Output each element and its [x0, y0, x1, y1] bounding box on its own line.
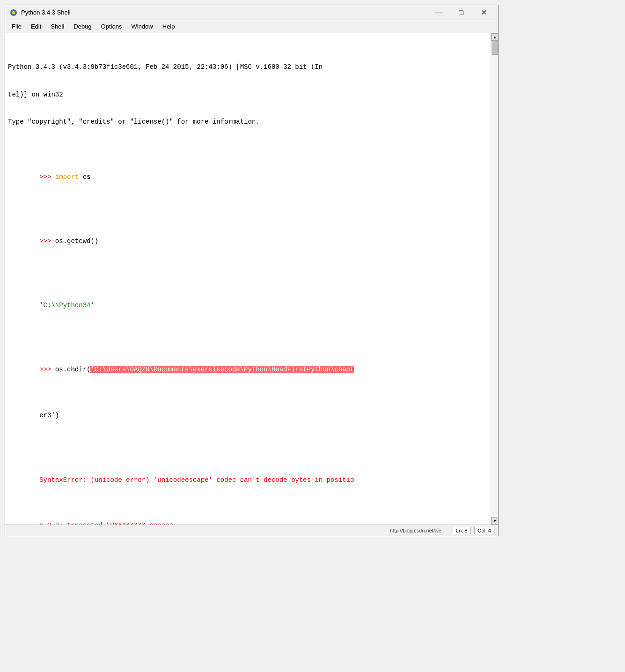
cmd3-line: >>> os.chdir('C:\Users\0AQZ0\Documents\e… — [8, 356, 495, 384]
banner-line2: tel)] on win32 — [8, 90, 495, 100]
status-url: http://blog.csdn.net/we — [9, 528, 449, 533]
cmd1-rest: os — [79, 173, 90, 181]
output1-line: 'C:\\Python34' — [8, 292, 495, 320]
error-line1: SyntaxError: (unicode error) 'unicodeesc… — [8, 466, 495, 494]
minimize-button[interactable]: — — [428, 6, 449, 20]
banner-line3: Type "copyright", "credits" or "license(… — [8, 118, 495, 127]
status-bar: http://blog.csdn.net/we Ln: 8 Col: 4 — [5, 524, 498, 536]
menu-edit[interactable]: Edit — [26, 21, 46, 32]
prompt3: >>> — [39, 366, 55, 373]
cmd1-line: >>> import os — [8, 163, 495, 191]
window-title: Python 3.4.3 Shell — [21, 9, 428, 16]
cmd2-text: os.getcwd() — [55, 237, 98, 245]
menu-shell[interactable]: Shell — [46, 21, 69, 32]
scroll-down-button[interactable]: ▼ — [491, 517, 498, 524]
cmd3-after: er3') — [39, 412, 59, 419]
menu-debug[interactable]: Debug — [69, 21, 96, 32]
vertical-scrollbar[interactable]: ▲ ▼ — [491, 33, 498, 524]
status-col: Col: 4 — [474, 527, 494, 534]
title-bar: Python 3.4.3 Shell — □ ✕ — [5, 5, 498, 20]
error-text2: n 2-3: truncated \UXXXXXXXX escape — [39, 522, 173, 524]
prompt2: >>> — [39, 237, 55, 245]
close-button[interactable]: ✕ — [473, 6, 494, 20]
menu-help[interactable]: Help — [158, 21, 180, 32]
scroll-thumb[interactable] — [492, 41, 498, 55]
shell-output: Python 3.4.3 (v3.4.3:9b73f1c3e601, Feb 2… — [8, 35, 495, 524]
scroll-track[interactable] — [491, 41, 498, 517]
output1-value: 'C:\\Python34' — [39, 302, 95, 309]
menu-window[interactable]: Window — [126, 21, 157, 32]
menu-options[interactable]: Options — [96, 21, 127, 32]
shell-content[interactable]: Python 3.4.3 (v3.4.3:9b73f1c3e601, Feb 2… — [5, 33, 498, 524]
app-icon — [9, 8, 18, 17]
menu-bar: File Edit Shell Debug Options Window Hel… — [5, 20, 498, 33]
svg-point-1 — [12, 11, 15, 14]
error-line2: n 2-3: truncated \UXXXXXXXX escape — [8, 512, 495, 524]
menu-file[interactable]: File — [7, 21, 26, 32]
status-ln: Ln: 8 — [453, 527, 471, 534]
banner-line1: Python 3.4.3 (v3.4.3:9b73f1c3e601, Feb 2… — [8, 63, 495, 72]
scroll-up-button[interactable]: ▲ — [491, 33, 498, 41]
cmd3-highlight: 'C:\Users\0AQZ0\Documents\exercisecode\P… — [90, 366, 354, 373]
cmd3-line2: er3') — [8, 402, 495, 430]
prompt1: >>> — [39, 173, 55, 181]
error-text1: SyntaxError: (unicode error) 'unicodeesc… — [39, 476, 354, 484]
cmd1-keyword: import — [55, 173, 79, 181]
cmd3-before: os.chdir( — [55, 366, 91, 373]
python-shell-window: Python 3.4.3 Shell — □ ✕ File Edit Shell… — [5, 5, 499, 536]
window-controls: — □ ✕ — [428, 6, 494, 20]
maximize-button[interactable]: □ — [450, 6, 472, 20]
cmd2-line: >>> os.getcwd() — [8, 228, 495, 255]
